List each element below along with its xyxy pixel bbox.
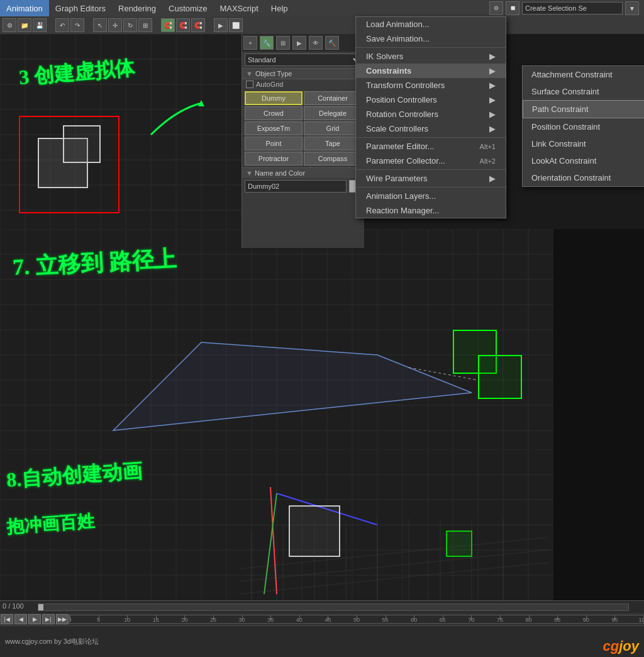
object-name-input[interactable] — [245, 180, 347, 193]
constraint-position[interactable]: Position Constraint — [523, 118, 644, 135]
path-line-svg — [0, 229, 553, 449]
tick-label: 75 — [497, 617, 503, 623]
menu-load-animation[interactable]: Load Animation... — [356, 17, 506, 31]
tb-snap3[interactable]: 🧲 — [191, 18, 205, 32]
viewport-bottom-right-panel — [553, 449, 644, 600]
menu-rendering[interactable]: Rendering — [112, 0, 162, 16]
menu-wire-parameters[interactable]: Wire Parameters ▶ — [356, 171, 506, 186]
menu-constraints[interactable]: Constraints ▶ — [356, 64, 506, 78]
obj-btn-grid[interactable]: Grid — [304, 121, 362, 135]
standard-dropdown-row: Standard — [242, 52, 364, 68]
dropdown-arrow[interactable]: ▼ — [625, 1, 639, 15]
tick-label: 50 — [353, 617, 360, 623]
tab-display[interactable]: 👁 — [309, 36, 323, 50]
obj-btn-container[interactable]: Container — [304, 91, 362, 105]
obj-btn-protractor[interactable]: Protractor — [245, 152, 303, 166]
play-prev-btn[interactable]: |◀ — [1, 614, 13, 624]
separator-1 — [356, 47, 506, 48]
tb-rotate[interactable]: ↻ — [123, 18, 137, 32]
separator-4 — [356, 187, 506, 188]
constraint-surface[interactable]: Surface Constraint — [523, 83, 644, 100]
tab-utilities[interactable]: 🔨 — [325, 36, 339, 50]
menu-animation[interactable]: Animation — [0, 0, 49, 16]
tb-save[interactable]: 💾 — [33, 18, 47, 32]
constraint-attachment[interactable]: Attachment Constraint — [523, 66, 644, 83]
menu-maxscript[interactable]: MAXScript — [213, 0, 264, 16]
tb-snap[interactable]: 🧲 — [161, 18, 175, 32]
name-row — [242, 178, 364, 194]
tb-render2[interactable]: ⬜ — [229, 18, 243, 32]
tb-new[interactable]: ⚙ — [3, 18, 16, 32]
obj-btn-compass[interactable]: Compass — [304, 152, 362, 166]
tick-label: 85 — [554, 617, 560, 623]
menu-rotation-controllers[interactable]: Rotation Controllers ▶ — [356, 107, 506, 121]
scrubber-timeline[interactable]: 0510152025303540455055606570758085909510… — [69, 615, 644, 624]
tick-label: 35 — [267, 617, 274, 623]
tab-motion[interactable]: ▶ — [292, 36, 306, 50]
timeline-track[interactable] — [38, 604, 629, 611]
tick-label: 55 — [382, 617, 389, 623]
menu-reaction-manager[interactable]: Reaction Manager... — [356, 203, 506, 218]
tick-label: 15 — [153, 617, 159, 623]
tick-label: 65 — [440, 617, 446, 623]
tb-snap2[interactable]: 🧲 — [176, 18, 190, 32]
constraint-link[interactable]: Link Constraint — [523, 135, 644, 152]
menu-save-animation[interactable]: Save Animation... — [356, 31, 506, 46]
timeline-thumb[interactable] — [38, 604, 43, 610]
panel-tabs: + 🔧 ⊞ ▶ 👁 🔨 — [242, 34, 364, 52]
obj-btn-dummy[interactable]: Dummy — [245, 91, 303, 105]
next-frame-btn[interactable]: ▶| — [42, 614, 55, 624]
constraint-lookat[interactable]: LookAt Constraint — [523, 152, 644, 169]
tb-open[interactable]: 📁 — [18, 18, 31, 32]
tb-render[interactable]: ▶ — [214, 18, 228, 32]
tab-hierarchy[interactable]: ⊞ — [276, 36, 290, 50]
grid-canvas-top — [0, 34, 242, 229]
obj-btn-tape[interactable]: Tape — [304, 137, 362, 150]
timeline-counter: 0 / 100 — [3, 602, 24, 610]
obj-btn-crowd[interactable]: Crowd — [245, 106, 303, 120]
viewport-bottom: 8.自动创建动画 抱冲画百姓 — [0, 449, 553, 600]
viewport-mid: 7. 立移到 路径上 — [0, 229, 553, 449]
autogrid-row: AutoGrid — [242, 79, 364, 89]
create-selection-input[interactable] — [522, 2, 623, 14]
tick-label: 25 — [210, 617, 216, 623]
scrubber-bar: |◀ ◀ ▶ ▶| ▶▶ 051015202530354045505560657… — [0, 613, 644, 626]
tick-label: 100 — [638, 617, 644, 623]
tick-label: 80 — [526, 617, 532, 623]
obj-btn-delegate[interactable]: Delegate — [304, 106, 362, 120]
toolbar-icon-2[interactable]: 🔲 — [506, 1, 519, 15]
prev-frame-btn[interactable]: ◀ — [14, 614, 27, 624]
autogrid-checkbox[interactable] — [246, 81, 253, 88]
menu-help[interactable]: Help — [265, 0, 294, 16]
tb-undo[interactable]: ↶ — [55, 18, 69, 32]
tab-create[interactable]: + — [243, 36, 257, 50]
tb-redo[interactable]: ↷ — [70, 18, 84, 32]
obj-btn-exposetm[interactable]: ExposeTm — [245, 121, 303, 135]
menu-scale-controllers[interactable]: Scale Controllers ▶ — [356, 121, 506, 136]
constraint-path[interactable]: Path Constraint — [523, 100, 644, 118]
menu-graph-editors[interactable]: Graph Editors — [49, 0, 112, 16]
constraint-orientation[interactable]: Orientation Constraint — [523, 169, 644, 186]
svg-line-9 — [239, 550, 547, 581]
standard-dropdown[interactable]: Standard — [245, 53, 362, 66]
menu-parameter-editor[interactable]: Parameter Editor... Alt+1 — [356, 139, 506, 154]
tab-modify[interactable]: 🔧 — [260, 36, 274, 50]
tb-move[interactable]: ✛ — [108, 18, 122, 32]
menu-parameter-collector[interactable]: Parameter Collector... Alt+2 — [356, 154, 506, 168]
menu-customize[interactable]: Customize — [162, 0, 213, 16]
separator-3 — [356, 169, 506, 170]
menu-position-controllers[interactable]: Position Controllers ▶ — [356, 93, 506, 107]
menu-animation-layers[interactable]: Animation Layers... — [356, 189, 506, 203]
toolbar-icon-1[interactable]: ⚙ — [489, 1, 503, 15]
svg-marker-1 — [113, 342, 472, 430]
obj-btn-point[interactable]: Point — [245, 137, 303, 150]
menu-transform-controllers[interactable]: Transform Controllers ▶ — [356, 78, 506, 93]
tb-scale[interactable]: ⊞ — [138, 18, 152, 32]
play-btn[interactable]: ▶ — [28, 614, 41, 624]
tick-label: 20 — [181, 617, 187, 623]
play-next-btn[interactable]: ▶▶ — [56, 614, 69, 624]
tb-select[interactable]: ↖ — [93, 18, 107, 32]
tick-label: 5 — [97, 617, 100, 623]
toolbar-row: ⚙ 📁 💾 ↶ ↷ ↖ ✛ ↻ ⊞ 🧲 🧲 🧲 ▶ ⬜ — [0, 16, 644, 34]
menu-ik-solvers[interactable]: IK Solvers ▶ — [356, 49, 506, 64]
